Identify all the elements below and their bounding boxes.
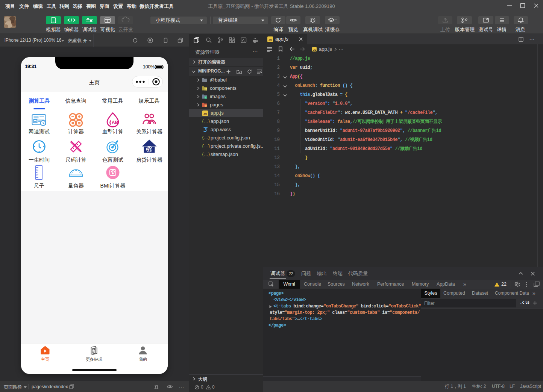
svg-text:AB: AB xyxy=(112,120,118,125)
svg-text:JS: JS xyxy=(268,38,272,42)
svg-text:JS: JS xyxy=(203,112,207,116)
svg-text:$: $ xyxy=(148,147,150,151)
svg-text:JS: JS xyxy=(313,48,316,51)
